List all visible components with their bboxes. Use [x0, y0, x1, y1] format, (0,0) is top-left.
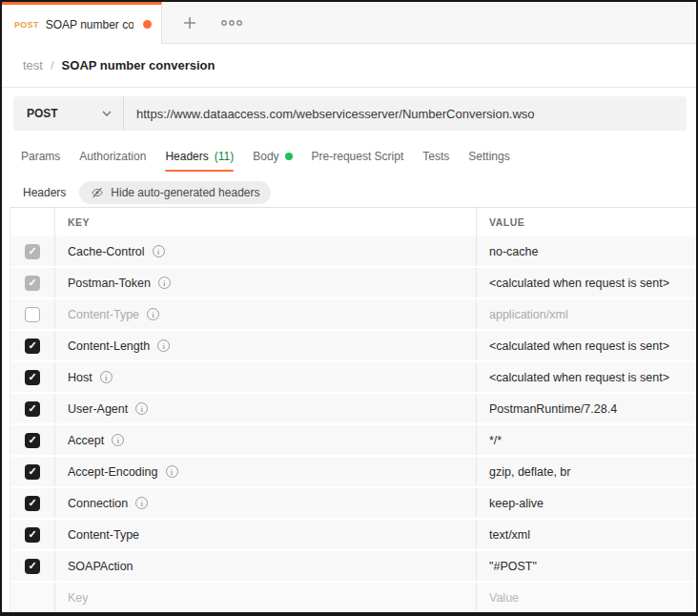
- tab-headers[interactable]: Headers(11): [165, 150, 234, 163]
- tab-tests[interactable]: Tests: [422, 150, 449, 163]
- header-value-cell[interactable]: <calculated when request is sent>: [477, 331, 696, 360]
- url-row: POST https://www.dataaccess.com/webservi…: [2, 88, 696, 138]
- plus-icon: [182, 15, 197, 31]
- key-placeholder: Key: [68, 591, 89, 605]
- header-key: Content-Type: [68, 308, 139, 321]
- header-value: no-cache: [489, 245, 538, 258]
- header-key: Accept: [68, 434, 104, 447]
- new-header-row: KeyValue: [10, 583, 696, 614]
- row-checkbox[interactable]: ✓: [25, 244, 40, 259]
- url-input[interactable]: https://www.dataaccess.com/webservicesse…: [124, 107, 687, 121]
- new-header-key-input[interactable]: Key: [55, 583, 477, 612]
- tab-authorization[interactable]: Authorization: [79, 150, 146, 163]
- header-value-cell[interactable]: no-cache: [477, 236, 696, 266]
- row-select-cell: [10, 583, 55, 612]
- tab-title: SOAP number co...: [46, 18, 133, 31]
- method-dropdown[interactable]: POST: [13, 96, 124, 131]
- table-row: ✓Cache-Controlino-cache: [10, 236, 696, 268]
- breadcrumb-separator: /: [51, 58, 54, 72]
- header-key: SOAPAction: [68, 560, 133, 573]
- header-key-cell[interactable]: Postman-Tokeni: [55, 268, 477, 298]
- header-value: <calculated when request is sent>: [489, 339, 669, 353]
- tab-body[interactable]: Body: [253, 150, 292, 163]
- table-row: ✓Content-Lengthi<calculated when request…: [10, 331, 696, 362]
- row-select-cell: ✓: [10, 362, 55, 392]
- header-value-cell[interactable]: */*: [477, 425, 696, 455]
- header-value-cell[interactable]: "#POST": [477, 551, 696, 581]
- header-value: <calculated when request is sent>: [489, 277, 669, 290]
- eye-slash-icon: [91, 186, 104, 199]
- tab-pre-request-script[interactable]: Pre-request Script: [312, 150, 404, 163]
- table-row: ✓Accepti*/*: [10, 425, 696, 457]
- header-key: Content-Type: [68, 528, 139, 542]
- table-row: ✓User-AgentiPostmanRuntime/7.28.4: [10, 394, 696, 425]
- key-column-header: KEY: [68, 216, 90, 228]
- new-tab-button[interactable]: [182, 15, 197, 31]
- info-icon: i: [153, 245, 165, 257]
- row-checkbox[interactable]: [25, 307, 40, 322]
- header-key-cell[interactable]: Content-Type: [55, 520, 477, 549]
- tab-label: Authorization: [79, 150, 146, 163]
- table-header-row: KEY VALUE: [10, 208, 696, 236]
- header-value-cell[interactable]: application/xml: [477, 299, 696, 329]
- header-value-cell[interactable]: text/xml: [477, 520, 696, 549]
- header-key: Accept-Encoding: [68, 465, 158, 479]
- header-value-cell[interactable]: PostmanRuntime/7.28.4: [477, 394, 696, 423]
- info-icon: i: [158, 277, 171, 289]
- header-key-cell[interactable]: Accept-Encodingi: [55, 457, 477, 486]
- more-tabs-button[interactable]: [220, 18, 243, 28]
- info-icon: i: [147, 308, 159, 320]
- header-key-cell[interactable]: Connectioni: [55, 488, 477, 518]
- breadcrumb-request-name[interactable]: SOAP number conversion: [62, 58, 216, 72]
- tab-settings[interactable]: Settings: [468, 150, 509, 163]
- header-value: text/xml: [489, 528, 530, 542]
- breadcrumb-collection[interactable]: test: [23, 58, 43, 72]
- row-checkbox[interactable]: ✓: [25, 559, 40, 574]
- header-key-cell[interactable]: Accepti: [55, 425, 477, 455]
- header-key: Content-Length: [68, 339, 150, 353]
- header-key: Host: [68, 371, 92, 384]
- header-key: Connection: [68, 497, 128, 510]
- tab-label: Pre-request Script: [312, 150, 404, 163]
- request-section-tabs: ParamsAuthorizationHeaders(11)BodyPre-re…: [2, 138, 696, 175]
- table-row: ✓SOAPAction"#POST": [10, 551, 696, 583]
- header-key-cell[interactable]: Content-Typei: [55, 299, 477, 329]
- row-select-cell: ✓: [10, 520, 55, 549]
- header-value: "#POST": [489, 560, 537, 573]
- new-header-value-input[interactable]: Value: [477, 583, 696, 612]
- row-checkbox[interactable]: ✓: [25, 433, 40, 448]
- row-checkbox[interactable]: ✓: [25, 370, 40, 385]
- info-icon: i: [100, 371, 113, 383]
- select-column-header: [10, 208, 55, 236]
- row-checkbox[interactable]: ✓: [25, 401, 40, 417]
- header-value: gzip, deflate, br: [489, 465, 570, 479]
- row-checkbox[interactable]: ✓: [25, 339, 40, 354]
- header-key-cell[interactable]: Hosti: [55, 362, 477, 392]
- header-value-cell[interactable]: gzip, deflate, br: [477, 457, 696, 486]
- info-icon: i: [135, 497, 148, 509]
- header-key-cell[interactable]: User-Agenti: [55, 394, 477, 423]
- row-select-cell: ✓: [10, 236, 55, 266]
- row-checkbox[interactable]: ✓: [25, 464, 40, 480]
- header-key-cell[interactable]: SOAPAction: [55, 551, 477, 581]
- table-row: ✓Accept-Encodingigzip, deflate, br: [10, 457, 696, 488]
- header-value-cell[interactable]: <calculated when request is sent>: [477, 268, 696, 298]
- hide-autogenerated-headers-button[interactable]: Hide auto-generated headers: [79, 181, 271, 204]
- row-select-cell: ✓: [10, 551, 55, 581]
- header-value-cell[interactable]: <calculated when request is sent>: [477, 362, 696, 392]
- request-tab[interactable]: POST SOAP number co...: [2, 2, 162, 44]
- header-value: */*: [489, 434, 502, 447]
- table-row: ✓Hosti<calculated when request is sent>: [10, 362, 696, 394]
- body-modified-dot-icon: [285, 153, 293, 160]
- row-checkbox[interactable]: ✓: [25, 276, 40, 291]
- row-checkbox[interactable]: ✓: [25, 527, 40, 543]
- table-row: ✓Postman-Tokeni<calculated when request …: [10, 268, 696, 299]
- row-checkbox[interactable]: ✓: [25, 496, 40, 511]
- tab-params[interactable]: Params: [21, 150, 60, 163]
- tab-label: Tests: [422, 150, 449, 163]
- header-value: keep-alive: [489, 497, 544, 510]
- header-value-cell[interactable]: keep-alive: [477, 488, 696, 518]
- row-select-cell: ✓: [10, 394, 55, 423]
- header-key-cell[interactable]: Cache-Controli: [55, 236, 477, 266]
- header-key-cell[interactable]: Content-Lengthi: [55, 331, 477, 360]
